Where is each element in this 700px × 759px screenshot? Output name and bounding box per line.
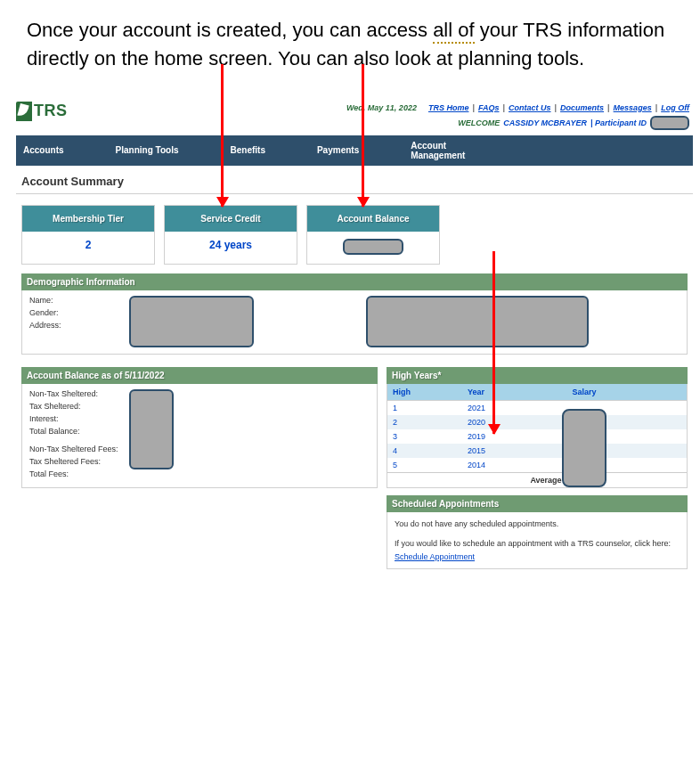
- link-documents[interactable]: Documents: [560, 103, 604, 112]
- demo-redacted-right: [366, 296, 589, 347]
- no-appointments-text: You do not have any scheduled appointmen…: [395, 518, 680, 530]
- hy-year: 2021: [462, 400, 567, 415]
- schedule-appointment-link[interactable]: Schedule Appointment: [395, 552, 475, 561]
- section-balance: Account Balance as of 5/11/2022 Non-Tax …: [21, 367, 378, 488]
- two-column-area: Account Balance as of 5/11/2022 Non-Tax …: [21, 362, 688, 576]
- section-high-years-title: High Years*: [387, 367, 688, 384]
- tile-membership-tier-head: Membership Tier: [22, 206, 154, 232]
- hy-high: 4: [387, 444, 462, 458]
- intro-text-underline: all of: [433, 19, 474, 44]
- bal-label-nontax: Non-Tax Sheltered:: [29, 389, 370, 398]
- main-nav: Accounts Planning Tools Benefits Payment…: [16, 135, 693, 166]
- nav-payments[interactable]: Payments: [317, 145, 384, 155]
- annotation-arrow-account-balance: [362, 64, 364, 207]
- hy-average-label: Average: [462, 472, 567, 487]
- link-contact-us[interactable]: Contact Us: [509, 103, 551, 112]
- tile-account-balance-value: [307, 232, 439, 264]
- hy-high: 5: [387, 458, 462, 473]
- section-demographic-title: Demographic Information: [21, 273, 688, 290]
- hy-col-salary: Salary: [567, 384, 687, 401]
- bal-label-total-fees: Total Fees:: [29, 469, 370, 478]
- hy-col-high: High: [387, 384, 462, 401]
- page-title: Account Summary: [16, 166, 693, 194]
- high-years-table: High Year Salary 12021 22020 32019 42015…: [387, 384, 687, 487]
- schedule-prompt-text: If you would like to schedule an appoint…: [395, 539, 671, 548]
- trs-logo: TRS: [16, 102, 68, 121]
- tile-account-balance-head: Account Balance: [307, 206, 439, 232]
- account-balance-redacted: [343, 239, 403, 255]
- tile-membership-tier-value: 2: [22, 232, 154, 260]
- tile-account-balance: Account Balance: [306, 205, 440, 265]
- welcome-line: WELCOME CASSIDY MCBRAYER | Participant I…: [16, 114, 693, 135]
- bal-label-interest: Interest:: [29, 414, 370, 423]
- high-years-salary-redacted: [562, 409, 606, 487]
- bal-label-tax: Tax Sheltered:: [29, 402, 370, 411]
- demo-redacted-left: [129, 296, 254, 347]
- hy-average-row: Average: [387, 472, 687, 487]
- hy-year: 2015: [462, 444, 567, 458]
- leaf-icon: [16, 102, 32, 121]
- section-demographic: Demographic Information Name: Gender: Ad…: [21, 273, 688, 355]
- nav-benefits[interactable]: Benefits: [231, 145, 290, 155]
- welcome-user-name: CASSIDY MCBRAYER: [503, 118, 587, 127]
- table-row: 52014: [387, 458, 687, 473]
- section-balance-body: Non-Tax Sheltered: Tax Sheltered: Intere…: [21, 384, 378, 488]
- bal-label-nontax-fees: Non-Tax Sheltered Fees:: [29, 445, 370, 453]
- tile-service-credit: Service Credit 24 years: [164, 205, 297, 265]
- participant-id-redacted: [650, 116, 689, 130]
- hy-year: 2019: [462, 429, 567, 444]
- top-utility-bar: Wed, May 11, 2022 TRS Home| FAQs| Contac…: [16, 100, 693, 114]
- intro-text-before: Once your account is created, you can ac…: [27, 19, 433, 41]
- bal-label-total: Total Balance:: [29, 427, 370, 436]
- tile-service-credit-head: Service Credit: [165, 206, 297, 232]
- welcome-label: WELCOME: [458, 118, 500, 127]
- link-log-off[interactable]: Log Off: [661, 103, 689, 112]
- tile-service-credit-value: 24 years: [165, 232, 297, 260]
- hy-high: 3: [387, 429, 462, 444]
- summary-tiles: Membership Tier 2 Service Credit 24 year…: [21, 205, 693, 265]
- link-trs-home[interactable]: TRS Home: [428, 103, 469, 112]
- annotation-arrow-service-credit: [221, 64, 224, 207]
- section-high-years: High Years* High Year Salary 12021: [387, 367, 688, 488]
- nav-account-management[interactable]: Account Management: [411, 141, 482, 160]
- link-faqs[interactable]: FAQs: [478, 103, 500, 112]
- table-row: 22020: [387, 415, 687, 429]
- instruction-paragraph: Once your account is created, you can ac…: [0, 9, 700, 100]
- section-appointments-title: Scheduled Appointments: [387, 495, 688, 512]
- section-demographic-body: Name: Gender: Address:: [21, 290, 688, 355]
- hy-high: 1: [387, 400, 462, 415]
- section-high-years-body: High Year Salary 12021 22020 32019 42015…: [387, 384, 688, 488]
- table-row: 12021: [387, 400, 687, 415]
- hy-year: 2014: [462, 458, 567, 473]
- hy-col-year: Year: [462, 384, 567, 401]
- bal-label-tax-fees: Tax Sheltered Fees:: [29, 457, 370, 466]
- hy-high: 2: [387, 415, 462, 429]
- current-date: Wed, May 11, 2022: [346, 103, 417, 112]
- table-row: 42015: [387, 444, 687, 458]
- logo-text: TRS: [34, 102, 68, 120]
- balance-redacted: [129, 389, 174, 469]
- nav-accounts[interactable]: Accounts: [23, 145, 89, 155]
- section-appointments: Scheduled Appointments You do not have a…: [387, 495, 688, 569]
- participant-id-label: Participant ID: [595, 118, 647, 127]
- table-row: 32019: [387, 429, 687, 444]
- section-appointments-body: You do not have any scheduled appointmen…: [387, 512, 688, 569]
- section-balance-title: Account Balance as of 5/11/2022: [21, 367, 378, 384]
- tile-membership-tier: Membership Tier 2: [21, 205, 155, 265]
- app-container: TRS Wed, May 11, 2022 TRS Home| FAQs| Co…: [16, 100, 693, 576]
- hy-year: 2020: [462, 415, 567, 429]
- link-messages[interactable]: Messages: [614, 103, 652, 112]
- annotation-arrow-high-years: [492, 251, 495, 434]
- nav-planning-tools[interactable]: Planning Tools: [116, 145, 204, 155]
